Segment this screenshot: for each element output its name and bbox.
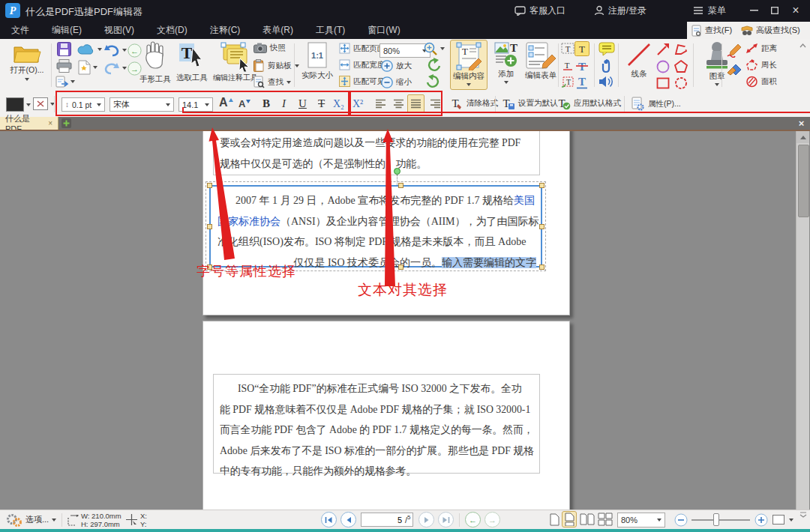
converter-button[interactable] [77, 43, 102, 55]
circle-shape-button[interactable] [656, 59, 670, 74]
menu-button[interactable]: 菜单 [693, 0, 726, 21]
fit-visible-button[interactable]: 匹配可见 [339, 76, 385, 87]
collapse-statusbar-icon[interactable] [800, 512, 807, 518]
hand-tool-button[interactable]: 手形工具 [138, 40, 172, 85]
select-tool-button[interactable]: T 选取工具 [174, 42, 210, 83]
sticky-note-button[interactable] [598, 42, 615, 56]
first-page-button[interactable] [321, 512, 337, 528]
edit-annotation-tool-button[interactable]: 编辑注释工具 [212, 42, 260, 83]
selection-handle-nw[interactable] [207, 183, 212, 188]
menu-document[interactable]: 文档(D) [146, 21, 199, 39]
clear-format-button[interactable]: T 清除格式 [450, 97, 498, 110]
fill-color-picker[interactable] [6, 97, 31, 112]
line-tool-button[interactable]: 线条 [622, 41, 656, 79]
single-page-view-button[interactable] [547, 511, 562, 528]
menu-view[interactable]: 视图(V) [93, 21, 146, 39]
pencil-tool-button[interactable] [726, 43, 742, 58]
text-block-1[interactable]: 要或会对特定用途造成问题以及一些要求的功能的使用在完整 PDF 规格中仅仅是可选… [213, 130, 540, 175]
print-button[interactable] [56, 59, 72, 73]
fit-width-button[interactable]: 匹配宽度 [339, 59, 385, 70]
scroll-up-button[interactable] [796, 131, 809, 143]
text-select-frame-button[interactable]: T [561, 43, 574, 55]
perimeter-tool-button[interactable]: 周长 [746, 59, 777, 71]
edit-form-button[interactable]: 编辑表单 [520, 41, 561, 81]
tab-close-icon[interactable]: × [48, 119, 52, 127]
menu-window[interactable]: 窗口(W) [356, 21, 411, 39]
collapse-toolbar-icon[interactable] [800, 43, 806, 48]
find-button[interactable]: 查找(F) [692, 25, 732, 37]
last-page-button[interactable] [438, 512, 454, 528]
polyline-shape-button[interactable] [674, 42, 688, 57]
new-document-button[interactable] [78, 60, 98, 75]
edit-content-button[interactable]: T 编辑内容 [450, 40, 488, 90]
text-selection-box[interactable]: 2007 年 1 月 29 日，Adobe 宣布将发布完整的 PDF 1.7 规… [209, 185, 542, 267]
menu-file[interactable]: 文件 [0, 21, 40, 39]
zoom-slider-track[interactable] [692, 519, 750, 521]
two-page-continuous-button[interactable] [598, 511, 613, 528]
rotate-right-button[interactable] [426, 74, 441, 88]
previous-page-button[interactable] [340, 512, 356, 528]
redo-button[interactable] [104, 61, 127, 75]
zoom-slider-handle[interactable] [713, 513, 719, 526]
menu-tools[interactable]: 工具(T) [304, 21, 356, 39]
loupe-button[interactable] [423, 41, 445, 56]
area-tool-button[interactable]: 面积 [746, 76, 777, 88]
status-zoom-in-button[interactable] [754, 513, 768, 527]
continuous-view-button[interactable] [562, 511, 577, 528]
selection-handle-se[interactable] [539, 265, 544, 270]
options-button[interactable]: 选项... [26, 514, 56, 525]
new-tab-button[interactable] [62, 118, 71, 128]
selection-handle-w[interactable] [207, 224, 212, 229]
vertical-scrollbar[interactable] [796, 131, 809, 510]
find-tool-button[interactable]: 查找 [254, 76, 291, 88]
scrollbar-thumb[interactable] [798, 145, 809, 217]
pentagon-shape-button[interactable] [674, 59, 688, 74]
properties-button[interactable]: 属性(P)... [632, 97, 681, 111]
underline-text-button[interactable]: T [574, 75, 590, 90]
rotate-left-button[interactable] [426, 58, 441, 72]
view-mode-caret-icon[interactable] [789, 519, 794, 522]
text-baseline-button[interactable]: T [561, 59, 574, 71]
minimize-button[interactable] [744, 0, 764, 21]
strikeout-text-button[interactable]: T [574, 58, 590, 73]
menu-form[interactable]: 表单(R) [251, 21, 304, 39]
close-document-button[interactable]: × [793, 117, 810, 130]
stroke-color-picker[interactable] [33, 97, 55, 110]
menu-edit[interactable]: 编辑(E) [40, 21, 93, 39]
selection-handle-e[interactable] [539, 224, 544, 229]
zoom-in-button[interactable]: 放大 [381, 60, 412, 72]
status-zoom-dropdown[interactable]: 80% [617, 513, 665, 528]
rectangle-shape-button[interactable] [656, 76, 670, 90]
two-page-view-button[interactable] [580, 511, 595, 528]
actual-size-button[interactable]: 1:1 实际大小 [298, 41, 336, 81]
save-button[interactable] [57, 42, 71, 56]
status-zoom-out-button[interactable] [674, 513, 688, 527]
next-view-nav-button[interactable]: → [484, 512, 500, 528]
arrow-shape-button[interactable] [656, 42, 670, 57]
clipboard-button[interactable]: 剪贴板 [254, 59, 299, 72]
undo-button[interactable] [104, 43, 127, 57]
apply-default-button[interactable]: T 应用默认格式 [556, 97, 621, 110]
text-rotate-button[interactable]: T [561, 76, 574, 88]
register-login-button[interactable]: 注册/登录 [594, 0, 646, 21]
text-block-2[interactable]: ISO“全功能 PDF”的标准在正式编号 ISO 32000 之下发布。全功 能… [213, 374, 540, 474]
close-button[interactable]: × [786, 0, 806, 21]
open-button[interactable]: 打开(O)... [6, 42, 48, 81]
attachment-button[interactable] [601, 58, 611, 73]
set-default-button[interactable]: T 设置为默认 [501, 97, 558, 110]
fit-page-button[interactable]: 匹配页面 [339, 43, 385, 54]
selection-handle-n[interactable] [398, 183, 404, 188]
tab-active-document[interactable]: 什么是PDF × [0, 117, 58, 130]
export-button[interactable] [56, 76, 75, 88]
advanced-find-button[interactable]: 高级查找(S) [741, 25, 800, 36]
rotate-selection-handle[interactable] [394, 168, 400, 175]
previous-view-nav-button[interactable]: ← [465, 512, 481, 528]
snapshot-button[interactable]: 快照 [254, 43, 286, 53]
fullscreen-mode-button[interactable] [772, 515, 784, 525]
selection-handle-ne[interactable] [539, 183, 544, 188]
add-button[interactable]: T 添加 [490, 41, 522, 84]
cloud-shape-button[interactable] [674, 76, 688, 90]
distance-tool-button[interactable]: 距离 [746, 43, 777, 54]
document-viewport[interactable]: 要或会对特定用途造成问题以及一些要求的功能的使用在完整 PDF 规格中仅仅是可选… [0, 130, 810, 510]
maximize-button[interactable] [765, 0, 784, 21]
